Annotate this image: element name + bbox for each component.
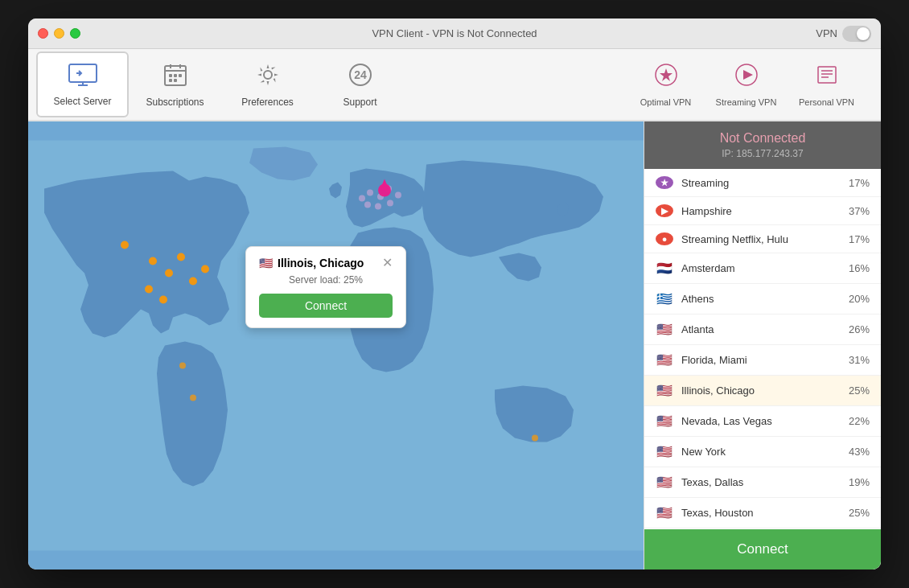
svg-point-32 (359, 195, 365, 202)
server-item[interactable]: 🇳🇱 Amsterdam 16% (644, 253, 881, 284)
optimal-vpn-label: Optimal VPN (640, 97, 692, 107)
optimal-vpn-icon (653, 62, 679, 93)
server-flag: ★ (656, 176, 673, 189)
popup-city-name: Illinois, Chicago (278, 257, 364, 269)
support-icon: 24 (348, 62, 373, 92)
server-load: 20% (849, 293, 870, 305)
subscriptions-label: Subscriptions (146, 97, 204, 108)
server-flag: 🇺🇸 (656, 444, 673, 459)
toolbar-streaming-vpn[interactable]: Streaming VPN (708, 55, 784, 115)
svg-point-28 (189, 278, 197, 286)
server-flag: 🇺🇸 (656, 322, 673, 337)
titlebar: VPN Client - VPN is Not Connected VPN (28, 19, 881, 49)
vpn-label: VPN (816, 27, 837, 39)
main-connect-button[interactable]: Connect (644, 529, 881, 569)
toolbar-preferences[interactable]: Preferences (221, 51, 314, 117)
toolbar: Select Server Subscriptions (28, 49, 881, 121)
popup-close-button[interactable]: ✕ (382, 257, 393, 269)
toolbar-personal-vpn[interactable]: Personal VPN (788, 55, 865, 115)
server-load: 25% (849, 507, 870, 519)
preferences-icon (255, 62, 281, 92)
toolbar-select-server[interactable]: Select Server (36, 51, 129, 117)
svg-rect-10 (179, 74, 182, 77)
server-item[interactable]: 🇺🇸 Florida, Miami 31% (644, 345, 881, 376)
server-flag: 🇬🇷 (656, 291, 673, 306)
server-flag: 🇺🇸 (656, 383, 673, 398)
svg-point-43 (190, 395, 196, 401)
popup-server-load: Server load: 25% (259, 274, 393, 286)
svg-point-38 (375, 204, 381, 210)
server-load: 43% (849, 446, 870, 458)
server-name: Texas, Dallas (681, 476, 841, 488)
svg-point-27 (177, 253, 185, 261)
server-flag: 🇳🇱 (656, 261, 673, 276)
vpn-toggle-switch[interactable] (842, 26, 871, 42)
server-flag: 🇺🇸 (656, 505, 673, 520)
svg-point-24 (121, 241, 129, 249)
toolbar-support[interactable]: 24 Support (314, 51, 406, 117)
server-item[interactable]: ● Streaming Netflix, Hulu 17% (644, 225, 881, 253)
toolbar-right: Optimal VPN Streaming VPN (627, 55, 873, 115)
subscriptions-icon (162, 62, 188, 92)
main-content: 🇺🇸 Illinois, Chicago ✕ Server load: 25% … (28, 121, 881, 569)
server-name: Atlanta (681, 323, 841, 335)
svg-point-33 (367, 190, 373, 196)
minimize-button[interactable] (54, 28, 64, 39)
right-panel: Not Connected IP: 185.177.243.37 ★ Strea… (644, 121, 881, 569)
status-bar: Not Connected IP: 185.177.243.37 (644, 121, 881, 169)
server-name: Amsterdam (681, 262, 841, 274)
personal-vpn-label: Personal VPN (799, 97, 854, 107)
maximize-button[interactable] (70, 28, 80, 39)
close-button[interactable] (38, 28, 48, 39)
toolbar-optimal-vpn[interactable]: Optimal VPN (627, 55, 704, 115)
server-item[interactable]: 🇺🇸 Nevada, Las Vegas 22% (644, 406, 881, 437)
server-item[interactable]: 🇺🇸 Atlanta 26% (644, 315, 881, 345)
svg-point-26 (165, 269, 173, 278)
ip-address: IP: 185.177.243.37 (657, 148, 868, 159)
server-name: Streaming Netflix, Hulu (681, 233, 841, 245)
server-load: 17% (849, 233, 870, 245)
city-popup: 🇺🇸 Illinois, Chicago ✕ Server load: 25% … (245, 246, 406, 328)
svg-point-39 (364, 202, 371, 208)
server-item[interactable]: 🇬🇷 Athens 20% (644, 284, 881, 315)
svg-point-25 (149, 257, 157, 265)
server-name: New York (681, 446, 841, 458)
window-title: VPN Client - VPN is Not Connected (372, 27, 537, 39)
server-item[interactable]: 🇺🇸 Texas, Dallas 19% (644, 467, 881, 498)
server-name: Illinois, Chicago (681, 384, 841, 397)
server-load: 16% (849, 262, 870, 274)
server-name: Texas, Houston (681, 507, 841, 519)
select-server-label: Select Server (53, 96, 111, 107)
map-area[interactable]: 🇺🇸 Illinois, Chicago ✕ Server load: 25% … (28, 121, 644, 569)
svg-point-37 (387, 200, 393, 207)
server-item[interactable]: 🇺🇸 New York 43% (644, 437, 881, 467)
server-load: 25% (849, 384, 870, 397)
server-item[interactable]: 🇺🇸 Texas, Houston 25% (644, 498, 881, 528)
server-item[interactable]: 🇺🇸 Illinois, Chicago 25% (644, 376, 881, 406)
svg-rect-8 (169, 74, 172, 77)
popup-connect-button[interactable]: Connect (259, 294, 393, 318)
support-label: Support (343, 97, 376, 108)
server-name: Streaming (681, 177, 841, 189)
server-name: Hampshire (681, 205, 841, 217)
server-flag: 🇺🇸 (656, 475, 673, 490)
svg-point-36 (395, 192, 401, 199)
server-list[interactable]: ★ Streaming 17% ▶ Hampshire 37% ● Stream… (644, 169, 881, 529)
server-item[interactable]: ★ Streaming 17% (644, 169, 881, 197)
select-server-icon (68, 63, 98, 91)
server-load: 19% (849, 476, 870, 488)
popup-header: 🇺🇸 Illinois, Chicago ✕ (259, 257, 393, 269)
svg-rect-0 (69, 64, 97, 82)
server-flag: ▶ (656, 204, 673, 217)
server-flag: 🇺🇸 (656, 413, 673, 429)
connection-status: Not Connected (657, 131, 868, 146)
svg-point-30 (145, 286, 153, 294)
server-name: Athens (681, 293, 841, 305)
popup-flag: 🇺🇸 (259, 257, 273, 269)
svg-rect-19 (818, 67, 836, 83)
streaming-vpn-label: Streaming VPN (716, 97, 777, 107)
toolbar-subscriptions[interactable]: Subscriptions (129, 51, 221, 117)
vpn-toggle-area: VPN (816, 26, 871, 42)
svg-text:24: 24 (354, 68, 367, 81)
server-item[interactable]: ▶ Hampshire 37% (644, 197, 881, 225)
